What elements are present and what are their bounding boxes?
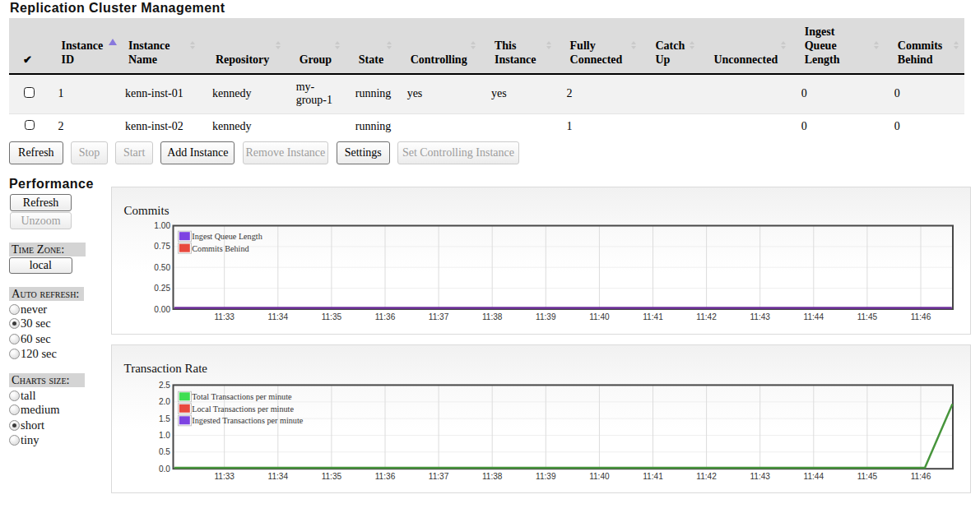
svg-text:11:43: 11:43: [750, 312, 770, 321]
svg-text:0.00: 0.00: [154, 304, 170, 313]
svg-text:11:35: 11:35: [321, 312, 341, 321]
svg-text:11:40: 11:40: [589, 312, 610, 321]
svg-text:11:40: 11:40: [589, 471, 610, 480]
svg-text:11:44: 11:44: [803, 312, 824, 321]
svg-text:11:35: 11:35: [321, 471, 341, 480]
svg-text:11:42: 11:42: [696, 471, 717, 480]
svg-text:11:37: 11:37: [428, 471, 448, 480]
svg-text:11:36: 11:36: [374, 471, 395, 480]
svg-text:Local Transactions per minute: Local Transactions per minute: [192, 404, 294, 413]
svg-text:0.50: 0.50: [154, 263, 170, 272]
svg-text:11:39: 11:39: [536, 471, 556, 480]
svg-text:0.5: 0.5: [158, 447, 170, 456]
svg-text:11:45: 11:45: [857, 471, 877, 480]
svg-text:Ingested Transactions per minu: Ingested Transactions per minute: [192, 416, 303, 425]
svg-text:Ingest Queue Length: Ingest Queue Length: [192, 232, 262, 241]
svg-text:11:42: 11:42: [696, 312, 717, 321]
svg-text:2.5: 2.5: [158, 380, 170, 389]
svg-text:11:36: 11:36: [374, 312, 395, 321]
svg-text:11:43: 11:43: [750, 471, 770, 480]
svg-text:1.00: 1.00: [154, 221, 170, 230]
svg-text:11:38: 11:38: [481, 312, 502, 321]
svg-text:11:46: 11:46: [910, 312, 931, 321]
svg-text:11:33: 11:33: [214, 471, 235, 480]
svg-text:Commits Behind: Commits Behind: [192, 243, 248, 252]
svg-text:1.0: 1.0: [158, 431, 170, 440]
svg-text:11:44: 11:44: [803, 471, 824, 480]
svg-text:11:39: 11:39: [536, 312, 556, 321]
svg-text:11:45: 11:45: [857, 312, 877, 321]
svg-text:11:37: 11:37: [428, 312, 448, 321]
svg-text:11:33: 11:33: [214, 312, 235, 321]
svg-text:11:38: 11:38: [481, 471, 502, 480]
svg-text:0.0: 0.0: [158, 464, 170, 473]
svg-text:11:46: 11:46: [910, 471, 931, 480]
svg-text:1.5: 1.5: [158, 414, 170, 423]
svg-text:11:34: 11:34: [267, 471, 288, 480]
svg-text:11:41: 11:41: [643, 312, 663, 321]
svg-text:2.0: 2.0: [158, 397, 170, 406]
svg-text:11:34: 11:34: [267, 312, 288, 321]
svg-text:11:41: 11:41: [643, 471, 663, 480]
svg-text:0.75: 0.75: [154, 242, 170, 251]
svg-text:Total Transactions per minute: Total Transactions per minute: [192, 392, 292, 401]
svg-text:0.25: 0.25: [154, 284, 170, 293]
